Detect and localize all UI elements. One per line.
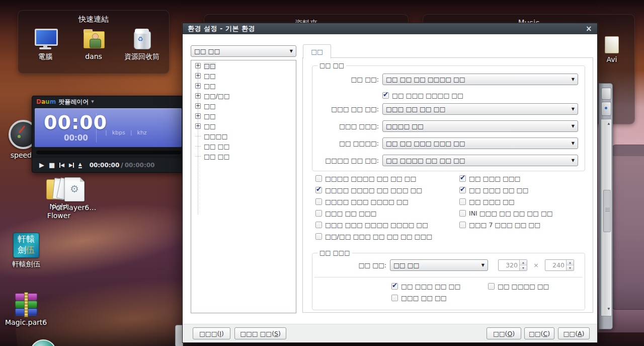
tab-general[interactable]: □□ — [303, 44, 331, 58]
field-label: □□□ □□ □□: — [312, 105, 379, 113]
tree-item[interactable]: +□□ — [191, 121, 296, 131]
size-checkbox-1[interactable]: ✔□□ □□□ □□ □□ — [391, 283, 460, 290]
field-dropdown-2[interactable]: □□□ □□ □□ □□▼ — [382, 103, 578, 115]
duration-time: 00:00:00 — [125, 162, 155, 169]
desktop-icon-avi[interactable]: Avi — [597, 36, 627, 64]
option-checkbox-r3[interactable]: ✔□□ □□□ □□ — [459, 198, 515, 205]
quick-link-recycle-bin[interactable]: ♻ 資源回收筒 — [119, 27, 165, 61]
checkbox-box: ✔ — [315, 187, 322, 193]
dropdown-value: □□ □□ □□□ □□□ □□ — [386, 140, 570, 147]
tree-item-label: □□ — [204, 82, 216, 90]
option-checkbox-r1[interactable]: ✔□□ □□□ □□□ — [459, 175, 520, 182]
times-glyph: × — [533, 261, 539, 269]
time-large: 00:00 — [44, 111, 107, 133]
expand-plus-icon[interactable]: + — [195, 103, 201, 109]
bitrate-tick: | — [105, 129, 107, 136]
time-small: 00:00 — [64, 133, 88, 143]
spin-up-icon[interactable]: ▲ — [520, 260, 527, 265]
tree-item[interactable]: □□ □□ — [191, 141, 296, 151]
option-checkbox-r2[interactable]: ✔□□ □□□ □□ □□ — [459, 186, 528, 194]
checkbox-label: □□/□□ □□□ □□ □□ □□ □□□ — [325, 233, 432, 240]
tree-item[interactable]: □□ □□ — [191, 151, 296, 161]
desktop-icon-label: Avi — [597, 55, 627, 64]
tree-item-label: □□ □□ — [204, 143, 229, 150]
option-checkbox-l6[interactable]: ✔□□/□□ □□□ □□ □□ □□ □□□ — [315, 233, 432, 240]
export-button[interactable]: □□□ □□(S) — [234, 327, 286, 339]
checkbox-label: □□□ □□ □□ — [401, 294, 447, 302]
spin-down-icon[interactable]: ▼ — [567, 265, 574, 270]
tree-leaf-connector — [195, 156, 201, 157]
seekbar[interactable] — [36, 151, 181, 155]
checkbox-inline[interactable]: ✔□□ □□□ □□□□ □□ — [382, 92, 463, 99]
width-spinner[interactable]: 320▲▼ — [498, 259, 527, 271]
tree-item[interactable]: +□□ — [191, 60, 296, 71]
spin-down-icon[interactable]: ▼ — [520, 265, 527, 270]
scroll-down-icon[interactable]: ▼ — [607, 307, 610, 310]
dialog-titlebar[interactable]: 환경 설정 - 기본 환경 × — [183, 23, 597, 34]
next-icon[interactable]: ▶ — [69, 163, 74, 168]
option-checkbox-l5[interactable]: ✔□□□ □□□ □□□□ □□□□ □□ — [315, 221, 428, 229]
option-checkbox-l1[interactable]: ✔□□□□ □□□□ □□ □□ □□ — [315, 175, 416, 182]
size-checkbox-2[interactable]: ✔□□ □□□□ □□ — [488, 283, 549, 290]
tree-item[interactable]: □□□□ — [191, 131, 296, 141]
tree-item[interactable]: +□□ — [191, 111, 296, 121]
option-checkbox-l3[interactable]: ✔□□□□ □□□ □□□□ □□ — [315, 198, 408, 205]
blue-dot-icon — [605, 107, 607, 109]
tree-item[interactable]: +□□ — [191, 81, 296, 91]
scrollbar-thumb[interactable] — [603, 190, 611, 232]
option-checkbox-r5[interactable]: ✔□□□ 7 □□□ □□ □□ — [459, 221, 540, 229]
chevron-down-icon: ▼ — [572, 141, 575, 146]
checkbox-box: ✔ — [459, 210, 466, 217]
size-checkbox-3[interactable]: ✔□□□ □□ □□ — [391, 294, 447, 302]
cancel-button[interactable]: □□(C) — [524, 327, 554, 339]
quick-link-computer[interactable]: 電腦 — [22, 27, 68, 61]
scroll-up-icon[interactable]: ▲ — [607, 121, 610, 125]
apply-button[interactable]: □□(A) — [558, 327, 590, 339]
field-dropdown-3[interactable]: □□□□ □□▼ — [382, 120, 578, 132]
close-button[interactable]: × — [586, 25, 592, 33]
field-dropdown-1[interactable]: □□ □□ □□ □□□□ □□▼ — [382, 74, 578, 85]
checkbox-label: □□□ 7 □□□ □□ □□ — [469, 221, 540, 229]
checkbox-label: INI □□□ □□ □□ □□ □□ — [469, 210, 553, 217]
chevron-down-icon[interactable]: ▼ — [91, 100, 94, 104]
potplayer-title: 팟플레이어 — [58, 98, 89, 106]
option-checkbox-l4[interactable]: ✔□□□ □□ □□□ — [315, 210, 376, 217]
import-button[interactable]: □□□(I) — [193, 327, 230, 339]
stop-icon[interactable]: ■ — [49, 162, 55, 168]
quick-links-gadget: 快速連結 電腦 dans ♻ 資源回收筒 — [18, 10, 170, 74]
preferences-dialog: 환경 설정 - 기본 환경 × □□ □□ ▼ +□□ +□□ +□□ +□□/… — [182, 23, 598, 343]
preset-dropdown[interactable]: □□ □□ ▼ — [191, 45, 296, 57]
expand-plus-icon[interactable]: + — [195, 123, 201, 129]
dropdown-value: □□ □□ — [393, 261, 479, 269]
checkbox-box: ✔ — [315, 233, 322, 240]
size-mode-dropdown[interactable]: □□ □□▼ — [390, 259, 488, 271]
height-spinner[interactable]: 240▲▼ — [545, 259, 574, 271]
field-dropdown-4[interactable]: □□ □□ □□□ □□□ □□▼ — [382, 137, 578, 149]
quick-link-dans[interactable]: dans — [70, 27, 117, 61]
settings-file-icon: ⚙ — [64, 177, 85, 201]
desktop-icon-game[interactable]: 軒轅劍伍 軒轅劍伍 — [10, 233, 42, 268]
field-dropdown-5[interactable]: □□ □□□□ □□ □□ □□▼ — [382, 155, 578, 166]
play-icon[interactable]: ▶ — [39, 162, 44, 168]
expand-plus-icon[interactable]: + — [195, 83, 201, 89]
option-checkbox-r4[interactable]: ✔INI □□□ □□ □□ □□ □□ — [459, 210, 553, 217]
option-checkbox-l2[interactable]: ✔□□□□ □□□□ □□ □□□ □□ — [315, 186, 422, 194]
tree-item[interactable]: +□□ — [191, 101, 296, 111]
tree-item[interactable]: +□□ — [191, 71, 296, 81]
dialog-title: 환경 설정 - 기본 환경 — [188, 24, 255, 33]
previous-icon[interactable]: ◀ — [59, 163, 64, 168]
ok-button[interactable]: □□(O) — [487, 327, 521, 339]
tree-item[interactable]: +□□/□□ — [191, 91, 296, 101]
eject-icon[interactable]: ▲ — [78, 162, 82, 168]
desktop-icon-potplayer[interactable]: ⚙ PotPlayer6… — [51, 177, 97, 212]
expand-plus-icon[interactable]: + — [195, 113, 201, 119]
potplayer-titlebar[interactable]: Daum 팟플레이어 ▼ — [32, 96, 185, 107]
expand-plus-icon[interactable]: + — [195, 73, 201, 79]
desktop-icon-magic-part6[interactable]: Magic.part6 — [5, 292, 46, 327]
spin-up-icon[interactable]: ▲ — [567, 260, 574, 265]
background-window-button[interactable] — [601, 88, 611, 100]
background-window-edge[interactable]: ▲ ▼ — [599, 83, 613, 329]
expand-plus-icon[interactable]: + — [195, 93, 201, 99]
expand-plus-icon[interactable]: + — [195, 63, 201, 68]
background-window-list: ▲ ▼ — [601, 119, 612, 316]
